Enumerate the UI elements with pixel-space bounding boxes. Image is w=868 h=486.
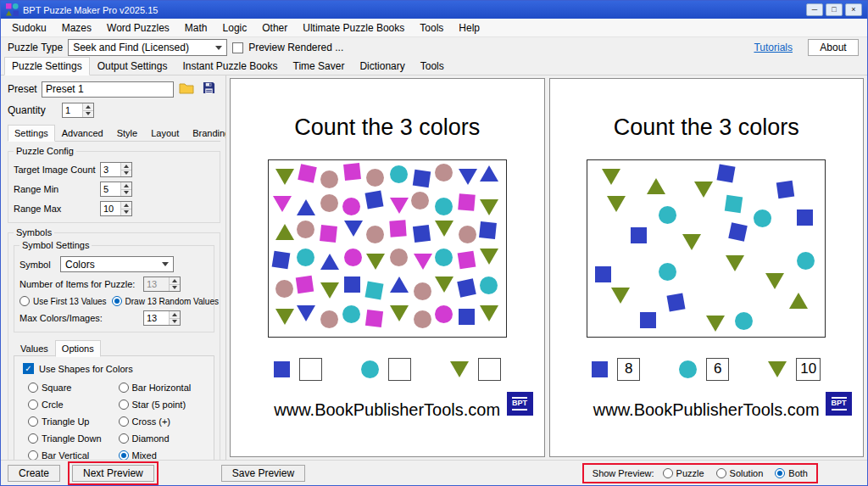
show-preview-radio-group: PuzzleSolutionBoth <box>663 468 808 478</box>
tab-values[interactable]: Values <box>14 340 55 357</box>
magenta-square-shape <box>296 276 314 293</box>
save-preview-button[interactable]: Save Preview <box>221 465 305 482</box>
tab-settings[interactable]: Settings <box>8 125 55 142</box>
tab-output-settings[interactable]: Output Settings <box>90 57 175 75</box>
puzzle-type-select[interactable]: Seek and Find (Licensed) <box>68 39 227 56</box>
save-preset-button[interactable] <box>199 81 218 98</box>
radio-icon <box>716 468 726 478</box>
olive-triangle-down-shape <box>450 361 469 377</box>
radio-shape-triangle-down[interactable]: Triangle Down <box>28 433 119 444</box>
spin-down-icon[interactable] <box>121 190 131 197</box>
menu-item-word-puzzles[interactable]: Word Puzzles <box>99 20 177 36</box>
maximize-button[interactable]: □ <box>826 3 843 16</box>
radio-shape-star-5-point[interactable]: Star (5 point) <box>119 399 209 410</box>
rosy-circle-shape <box>320 310 338 328</box>
radio-shape-bar-vertical[interactable]: Bar Vertical <box>28 450 119 460</box>
preview-rendered-checkbox[interactable] <box>232 42 243 53</box>
spin-down-icon[interactable] <box>121 170 131 177</box>
menu-item-help[interactable]: Help <box>451 20 487 36</box>
open-preset-button[interactable] <box>177 81 196 98</box>
legend-item <box>274 358 322 381</box>
radio-use-first-values[interactable]: Use First 13 Values <box>19 296 107 306</box>
options-tab-page: Use Shapes for Colors SquareCrcleTriangl… <box>14 355 214 460</box>
spin-up-icon[interactable] <box>170 311 180 319</box>
menu-item-other[interactable]: Other <box>254 20 295 36</box>
tab-advanced[interactable]: Advanced <box>55 125 110 142</box>
tab-layout[interactable]: Layout <box>144 125 186 142</box>
preset-input[interactable] <box>42 81 174 98</box>
spin-up-icon[interactable] <box>121 182 131 190</box>
teal-circle-shape <box>361 360 379 378</box>
spin-up-icon[interactable] <box>121 202 131 209</box>
tab-time-saver[interactable]: Time Saver <box>286 57 353 75</box>
solution-shape-field <box>587 159 826 338</box>
radio-show-solution[interactable]: Solution <box>716 468 764 478</box>
rosy-circle-shape <box>320 194 338 212</box>
radio-shape-triangle-up[interactable]: Triangle Up <box>28 416 119 427</box>
teal-circle-shape <box>435 198 453 215</box>
radio-draw-random-values[interactable]: Draw 13 Random Values <box>112 296 219 306</box>
blue-square-shape <box>459 309 475 325</box>
radio-shape-bar-horizontal[interactable]: Bar Horizontal <box>119 383 209 393</box>
target-image-count-spinner[interactable]: 3 <box>100 162 132 177</box>
magenta-triangle-down-shape <box>414 254 432 270</box>
rosy-circle-shape <box>390 249 408 266</box>
about-button[interactable]: About <box>808 39 859 56</box>
menu-item-logic[interactable]: Logic <box>215 20 255 36</box>
blue-triangle-up-shape <box>390 277 409 293</box>
range-min-spinner[interactable]: 5 <box>100 182 132 197</box>
magenta-square-shape <box>458 193 476 211</box>
menu-item-mazes[interactable]: Mazes <box>54 20 99 36</box>
radio-show-puzzle[interactable]: Puzzle <box>663 468 704 478</box>
magenta-circle-shape <box>435 305 453 323</box>
blue-square-shape <box>717 165 736 183</box>
use-shapes-checkbox-row[interactable]: Use Shapes for Colors <box>23 363 209 374</box>
symbol-select[interactable]: Colors <box>60 256 174 272</box>
preview-area: Count the 3 colors www.BookPublisherTool… <box>226 75 867 460</box>
puzzle-config-group: Puzzle Config Target Image Count 3 Range… <box>8 151 220 223</box>
teal-circle-shape <box>754 209 771 227</box>
close-button[interactable]: × <box>845 3 862 16</box>
radio-shape-cross[interactable]: Cross (+) <box>119 416 209 427</box>
tab-instant-puzzle-books[interactable]: Instant Puzzle Books <box>175 57 285 75</box>
spin-up-icon[interactable] <box>83 103 93 111</box>
next-preview-button[interactable]: Next Preview <box>72 465 154 482</box>
menu-item-ultimate-puzzle-books[interactable]: Ultimate Puzzle Books <box>295 20 412 36</box>
menu-item-sudoku[interactable]: Sudoku <box>4 20 54 36</box>
tab-tools[interactable]: Tools <box>413 57 452 75</box>
spin-down-icon[interactable] <box>83 111 93 118</box>
max-colors-spinner[interactable]: 13 <box>143 310 181 326</box>
settings-tab-strip: SettingsAdvancedStyleLayoutBranding <box>8 125 220 142</box>
spin-down-icon[interactable] <box>121 209 131 216</box>
blue-square-shape <box>592 361 608 377</box>
tab-branding[interactable]: Branding <box>186 125 226 142</box>
tab-puzzle-settings[interactable]: Puzzle Settings <box>4 57 90 75</box>
spin-up-icon[interactable] <box>121 163 131 170</box>
radio-shape-diamond[interactable]: Diamond <box>119 433 209 444</box>
spin-down-icon[interactable] <box>170 319 180 326</box>
folder-icon <box>179 82 194 97</box>
puzzle-type-toolbar: Puzzle Type Seek and Find (Licensed) Pre… <box>1 37 867 58</box>
minimize-button[interactable]: ─ <box>806 3 823 16</box>
radio-show-both[interactable]: Both <box>775 468 808 478</box>
range-max-spinner[interactable]: 10 <box>100 201 132 216</box>
radio-shape-square[interactable]: Square <box>28 383 119 393</box>
olive-triangle-up-shape <box>647 178 665 194</box>
tab-dictionary[interactable]: Dictionary <box>352 57 412 75</box>
olive-triangle-down-shape <box>611 288 630 304</box>
radio-shape-mixed[interactable]: Mixed <box>119 450 209 460</box>
symbols-group: Symbols Symbol Settings Symbol Colors Nu… <box>8 232 220 460</box>
teal-circle-shape <box>342 305 360 323</box>
blue-square-shape <box>776 181 794 198</box>
quantity-spinner[interactable]: 1 <box>62 103 94 118</box>
olive-triangle-up-shape <box>275 224 294 240</box>
titlebar[interactable]: BPT Puzzle Maker Pro v2025.15 ─ □ × <box>1 1 867 19</box>
tab-style[interactable]: Style <box>110 125 144 142</box>
menu-item-math[interactable]: Math <box>177 20 215 36</box>
create-button[interactable]: Create <box>8 465 60 482</box>
tutorials-link[interactable]: Tutorials <box>754 42 793 53</box>
tab-options[interactable]: Options <box>55 340 101 357</box>
radio-shape-crcle[interactable]: Crcle <box>28 399 119 410</box>
checkbox-checked-icon[interactable] <box>23 363 34 374</box>
menu-item-tools[interactable]: Tools <box>412 20 451 36</box>
